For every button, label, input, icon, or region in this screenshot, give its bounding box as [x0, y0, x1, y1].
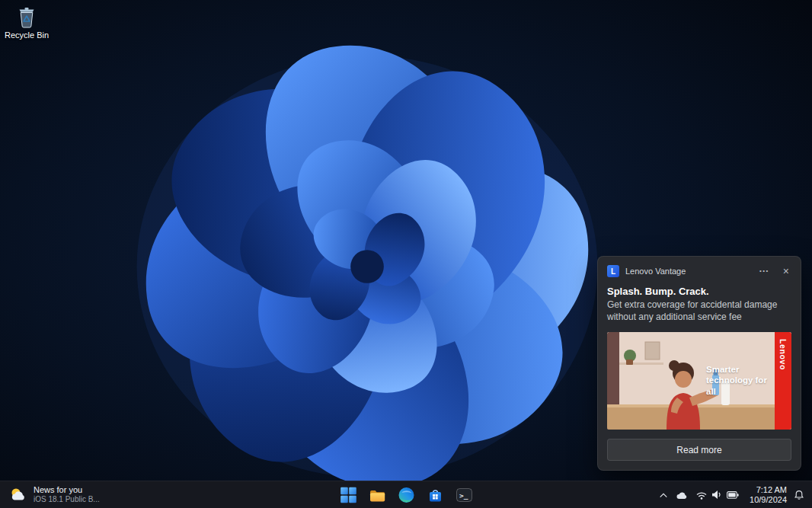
lenovo-brand-text: Lenovo — [778, 339, 788, 430]
wifi-icon — [696, 490, 707, 500]
toast-ad-image[interactable]: Smarter technology for all Lenovo — [607, 332, 791, 430]
notification-center-button[interactable] — [790, 487, 808, 503]
quick-settings-button[interactable] — [692, 487, 743, 503]
notification-toast[interactable]: L Lenovo Vantage ••• × Splash. Bump. Cra… — [597, 256, 801, 471]
microsoft-store-icon — [427, 487, 443, 503]
taskbar: News for you iOS 18.1 Public B... — [0, 481, 812, 508]
widgets-button[interactable]: News for you iOS 18.1 Public B... — [0, 481, 109, 508]
edge-browser-icon — [398, 487, 414, 503]
toast-more-options-icon[interactable]: ••• — [756, 264, 773, 278]
volume-icon — [711, 490, 722, 500]
taskbar-center-group: >_ — [335, 482, 478, 507]
microsoft-store-button[interactable] — [422, 484, 449, 506]
toast-app-name: Lenovo Vantage — [625, 267, 750, 276]
tray-overflow-button[interactable] — [655, 488, 672, 502]
lenovo-brand-band: Lenovo — [775, 332, 791, 430]
toast-title: Splash. Bump. Crack. — [598, 283, 801, 297]
read-more-button[interactable]: Read more — [607, 439, 791, 461]
svg-text:>_: >_ — [459, 491, 468, 500]
clock-button[interactable]: 7:12 AM 10/9/2024 — [750, 485, 787, 505]
bell-icon — [794, 490, 804, 500]
start-button[interactable] — [335, 484, 362, 506]
battery-icon — [727, 490, 739, 500]
recycle-bin-label: Recycle Bin — [5, 30, 49, 40]
windows-desktop: { "desktop": { "recycle_bin_label": "Rec… — [0, 0, 812, 508]
toast-header: L Lenovo Vantage ••• × — [598, 257, 801, 283]
onedrive-button[interactable] — [672, 487, 692, 503]
file-explorer-button[interactable] — [364, 484, 391, 506]
widgets-weather-icon — [9, 486, 27, 504]
edge-button[interactable] — [393, 484, 420, 506]
ad-tagline: Smarter technology for all — [706, 364, 767, 397]
toast-body-text: Get extra coverage for accidental damage… — [598, 297, 801, 323]
onedrive-cloud-icon — [676, 490, 688, 500]
recycle-bin-shortcut[interactable]: Recycle Bin — [2, 5, 52, 40]
widgets-headline: News for you — [34, 485, 100, 494]
lenovo-vantage-logo-icon: L — [607, 265, 619, 277]
clock-date: 10/9/2024 — [750, 495, 787, 505]
windows-start-icon — [340, 487, 356, 503]
recycle-bin-icon — [15, 5, 38, 29]
widgets-text: News for you iOS 18.1 Public B... — [34, 485, 100, 504]
toast-close-icon[interactable]: × — [779, 264, 793, 278]
desktop-area: Recycle Bin L Lenovo Vantage ••• × Splas… — [0, 0, 812, 481]
clock-time: 7:12 AM — [750, 485, 787, 495]
file-explorer-icon — [369, 487, 385, 503]
system-tray: 7:12 AM 10/9/2024 — [655, 481, 808, 508]
widgets-subline: iOS 18.1 Public B... — [34, 495, 100, 504]
chevron-up-icon — [659, 491, 668, 499]
terminal-button[interactable]: >_ — [451, 484, 478, 506]
terminal-icon: >_ — [456, 487, 472, 503]
